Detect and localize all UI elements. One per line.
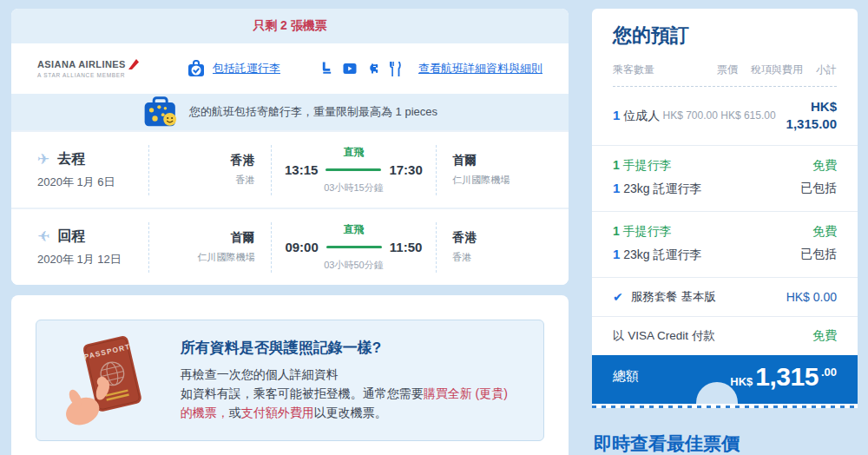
checked-bag-label: 23kg 託運行李: [623, 247, 701, 261]
main-column: 只剩 2 張機票 ASIANA AIRLINES A STAR ALLIANCE…: [11, 9, 569, 455]
booking-summary-card: 您的預訂 乘客數量 票價 稅項與費用 小計 1 位成人 HK$ 700.00 H…: [592, 9, 858, 408]
extra-fee-warning: 支付額外費用: [241, 406, 314, 419]
summary-column-headers: 乘客數量 票價 稅項與費用 小計: [613, 56, 837, 87]
outbound-depart-time: 13:15: [285, 162, 318, 177]
airline-name: ASIANA AIRLINES: [37, 59, 126, 69]
bag-check-icon: [187, 59, 206, 78]
checked-bag-status: 已包括: [800, 247, 837, 263]
total-section: 總額 HK$ 1,315 .00: [592, 355, 858, 408]
ticket-perforation: [592, 406, 858, 408]
flight-path-line: [326, 246, 382, 248]
passenger-row: 1 位成人 HK$ 700.00 HK$ 615.00 HK$ 1,315.00: [592, 87, 858, 146]
cabin-bag-qty: 1: [613, 224, 620, 238]
checked-bag-label: 23kg 託運行李: [623, 181, 701, 195]
outbound-arrive-time: 17:30: [389, 162, 422, 177]
booking-review-page: 只剩 2 張機票 ASIANA AIRLINES A STAR ALLIANCE…: [0, 0, 868, 455]
passenger-fare: HK$ 700.00: [662, 109, 717, 122]
cabin-bag-label: 手提行李: [623, 224, 672, 238]
return-flight-row: ✈ 回程 2020年 1月 12日 首爾 仁川國際機場 直飛 09:00: [11, 208, 569, 285]
outbound-duration: 03小時15分鐘: [324, 181, 383, 195]
total-label: 總額: [613, 368, 639, 385]
check-icon: ✔: [613, 290, 623, 304]
return-origin-city: 首爾: [149, 230, 255, 246]
payment-method-label: 以 VISA Credit 付款: [613, 328, 812, 344]
outbound-label: 去程: [57, 150, 85, 168]
return-origin-airport: 仁川國際機場: [149, 251, 255, 264]
passport-notice-box: PASSPORT 所有資料是否與護照記錄一樣? 再檢查一次您的個人詳細資料: [36, 320, 544, 441]
best-price-title: 即時查看最佳票價: [594, 432, 856, 455]
baggage-group-return: 1 手提行李 免費 1 23kg 託運行李 已包括: [592, 212, 858, 278]
baggage-banner-text: 您的航班包括寄艙行李，重量限制最高為 1 pieces: [189, 104, 437, 120]
baggage-banner: 您的航班包括寄艙行李，重量限制最高為 1 pieces: [11, 94, 569, 130]
asiana-wing-icon: [128, 59, 139, 69]
outbound-dest-airport: 仁川國際機場: [452, 174, 569, 187]
payment-method-row: 以 VISA Credit 付款 免費: [592, 317, 858, 355]
passenger-subtotal: HK$ 1,315.00: [786, 98, 837, 134]
baggage-group-outbound: 1 手提行李 免費 1 23kg 託運行李 已包括: [592, 146, 858, 212]
scarcity-text: 只剩 2 張機票: [253, 18, 327, 34]
col-fare: 票價: [717, 63, 738, 77]
seat-icon: [320, 62, 333, 76]
meal-icon: [390, 62, 401, 76]
outbound-direct-badge: 直飛: [343, 145, 364, 160]
passenger-qty: 1: [613, 108, 620, 122]
checked-bag-status: 已包括: [800, 181, 837, 197]
airline-row: ASIANA AIRLINES A STAR ALLIANCE MEMBER: [11, 43, 569, 94]
best-price-section: 即時查看最佳票價 ✔ 鎖定最優惠價格: [592, 408, 858, 455]
return-direct-badge: 直飛: [343, 222, 364, 237]
star-alliance-label: A STAR ALLIANCE MEMBER: [37, 72, 174, 78]
cabin-bag-status: 免費: [812, 224, 837, 240]
flight-path-line: [326, 168, 381, 171]
cabin-bag-qty: 1: [613, 158, 620, 172]
baggage-included-link[interactable]: 包括託運行李: [187, 59, 280, 78]
return-dest-city: 香港: [452, 230, 569, 246]
passport-notice-title: 所有資料是否與護照記錄一樣?: [181, 338, 517, 358]
asiana-airlines-logo: ASIANA AIRLINES A STAR ALLIANCE MEMBER: [37, 59, 174, 78]
service-package-row: ✔ 服務套餐 基本版 HK$ 0.00: [592, 278, 858, 317]
flight-card: 只剩 2 張機票 ASIANA AIRLINES A STAR ALLIANCE…: [11, 9, 569, 285]
passport-notice-subtitle: 再檢查一次您的個人詳細資料: [181, 366, 517, 385]
scarcity-banner: 只剩 2 張機票: [11, 9, 569, 43]
return-plane-icon: ✈: [37, 228, 49, 246]
outbound-date: 2020年 1月 6日: [37, 175, 148, 190]
outbound-dest-city: 首爾: [452, 153, 569, 168]
entertainment-icon: [343, 63, 357, 75]
cabin-bag-status: 免費: [812, 158, 837, 174]
outbound-origin-airport: 香港: [149, 174, 255, 187]
col-subtotal: 小計: [816, 63, 837, 77]
checked-bag-qty: 1: [613, 247, 620, 261]
return-duration: 03小時50分鐘: [324, 259, 383, 272]
service-package-label: 服務套餐 基本版: [631, 289, 716, 305]
passport-notice-warning: 如資料有誤，乘客可能被拒登機。通常您需要購買全新 (更貴) 的機票，或支付額外費…: [181, 385, 517, 422]
service-package-price: HK$ 0.00: [786, 290, 837, 304]
suitcase-smiley-icon: [142, 96, 181, 129]
return-dest-airport: 香港: [452, 251, 569, 264]
cabin-bag-label: 手提行李: [623, 158, 672, 172]
booking-summary-title: 您的預訂: [592, 9, 858, 56]
baggage-link-label[interactable]: 包括託運行李: [213, 61, 280, 76]
booking-summary-sidebar: 您的預訂 乘客數量 票價 稅項與費用 小計 1 位成人 HK$ 700.00 H…: [592, 9, 858, 455]
flight-details-link[interactable]: 查看航班詳細資料與細則: [418, 61, 542, 76]
passenger-details-card: PASSPORT 所有資料是否與護照記錄一樣? 再檢查一次您的個人詳細資料: [11, 295, 569, 455]
passenger-type: 位成人: [623, 109, 660, 122]
return-label: 回程: [57, 228, 85, 246]
return-arrive-time: 11:50: [390, 240, 423, 254]
return-date: 2020年 1月 12日: [37, 252, 148, 267]
outbound-origin-city: 香港: [149, 153, 255, 168]
passenger-taxes: HK$ 615.00: [720, 109, 775, 122]
outbound-flight-row: ✈ 去程 2020年 1月 6日 香港 香港 直飛 13:15 17:: [11, 130, 569, 208]
col-taxes: 稅項與費用: [751, 63, 803, 77]
passport-illustration: PASSPORT: [62, 329, 156, 432]
col-passengers: 乘客數量: [613, 63, 704, 77]
payment-fee-status: 免費: [812, 328, 837, 344]
power-icon: [366, 63, 380, 75]
return-depart-time: 09:00: [285, 240, 318, 254]
total-amount: HK$ 1,315 .00: [730, 362, 837, 392]
outbound-plane-icon: ✈: [37, 150, 49, 168]
checked-bag-qty: 1: [613, 181, 620, 195]
amenities-icons: [320, 62, 401, 76]
